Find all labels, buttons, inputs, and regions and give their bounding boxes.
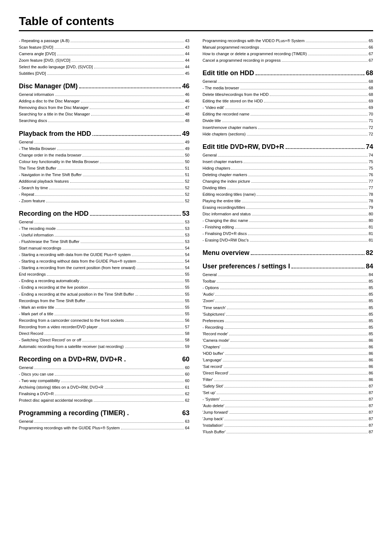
- entry-text: 'Zoom': [203, 298, 214, 304]
- toc-entry: Searching discs48: [19, 118, 189, 124]
- toc-entry: Additional playback features52: [19, 178, 189, 185]
- entry-text: Protect disc against accidental recordin…: [19, 397, 93, 404]
- entry-text: - Changing the disc name: [203, 218, 248, 224]
- toc-entry: Editing the title stored on the HDD69: [203, 98, 373, 104]
- toc-entry: - Search by time52: [19, 185, 189, 191]
- dots: [306, 42, 368, 42]
- toc-entry: Hide chapters (sections)72: [203, 131, 373, 137]
- entry-text: 'Set up': [203, 390, 216, 396]
- dots: [226, 315, 367, 316]
- entry-page: 78: [369, 198, 373, 204]
- entry-text: 'Record mode': [203, 331, 228, 337]
- toc-entry: Automatic recording from a satellite rec…: [19, 344, 189, 350]
- entry-page: 66: [369, 44, 373, 50]
- entry-page: 43: [185, 44, 189, 50]
- entry-page: 48: [185, 111, 189, 117]
- entry-text: General: [19, 365, 33, 371]
- dots: [214, 381, 368, 381]
- toc-entry: 'Jump forward'87: [203, 409, 373, 416]
- entry-text: - Navigation in the Time Shift Buffer: [19, 172, 82, 178]
- toc-entry: - The Media Browser49: [19, 146, 189, 152]
- toc-entry: Recording from a video recorder/DVD play…: [19, 324, 189, 330]
- entry-page: 71: [369, 118, 373, 124]
- dots: [54, 48, 184, 49]
- dots: [91, 115, 184, 115]
- section-heading: Disc Manager (DM)46: [19, 82, 189, 90]
- entry-page: 57: [185, 324, 189, 330]
- heading-dots: [79, 88, 181, 88]
- entry-text: - Search by time: [19, 185, 48, 191]
- dots: [47, 74, 184, 75]
- dots: [223, 361, 368, 361]
- dots: [57, 55, 184, 55]
- dots: [225, 354, 368, 355]
- entry-page: 48: [185, 118, 189, 124]
- section-page-num: 46: [182, 82, 189, 90]
- entry-text: 'Flush Buffer': [203, 429, 225, 435]
- section-page-num: 53: [182, 210, 189, 218]
- entry-page: 49: [185, 139, 189, 145]
- dots: [125, 321, 184, 322]
- dots: [257, 195, 368, 196]
- toc-entry: - Repeating a passage (A-B)43: [19, 38, 189, 44]
- toc-entry: General53: [19, 219, 189, 225]
- toc-entry: Programming recordings with the GUIDE Pl…: [19, 425, 189, 431]
- dots: [55, 375, 184, 376]
- entry-text: Manual programmed recordings: [203, 44, 259, 50]
- entry-page: 80: [369, 211, 373, 217]
- section-entries: General63Programming recordings with the…: [19, 418, 189, 431]
- toc-entry: General60: [19, 365, 189, 371]
- dots: [244, 163, 368, 163]
- dots: [264, 102, 367, 102]
- entry-text: Direct Record: [19, 331, 43, 337]
- entry-text: 'Chapters': [203, 344, 220, 350]
- entry-text: - Ending a recording automatically: [19, 278, 79, 284]
- section-heading-text: Disc Manager (DM): [19, 82, 78, 90]
- toc-entry: Insert chapter markers75: [203, 159, 373, 165]
- dots: [48, 122, 184, 122]
- entry-page: 87: [369, 416, 373, 422]
- entry-page: 55: [185, 311, 189, 317]
- dots: [72, 61, 184, 62]
- dots: [225, 407, 368, 407]
- entry-page: 46: [185, 98, 189, 104]
- entry-text: - Discs you can use: [19, 371, 54, 377]
- toc-entry: 'Flush Buffer'87: [203, 429, 373, 435]
- dots: [215, 302, 367, 302]
- toc-entry: Delete titles/recordings from the HDD68: [203, 92, 373, 98]
- entry-text: 'Camera mode': [203, 337, 229, 344]
- entry-page: 76: [369, 172, 373, 178]
- entry-page: 75: [369, 159, 373, 165]
- heading-dots: [93, 135, 181, 136]
- dots: [250, 115, 368, 115]
- entry-text: - Useful information: [19, 232, 53, 238]
- entry-page: 86: [369, 364, 373, 370]
- dots: [82, 156, 184, 157]
- section-page-num: 84: [366, 263, 373, 270]
- section-heading-text: Edit title on HDD: [203, 69, 254, 77]
- entry-page: 85: [369, 311, 373, 317]
- dots: [54, 315, 184, 315]
- entry-page: 85: [369, 291, 373, 297]
- toc-entry: Disc information and status80: [203, 211, 373, 217]
- entry-text: - Switching 'Direct Record' on or off: [19, 337, 81, 343]
- section-entries: General84Toolbar85- Options85'Audio'85'Z…: [203, 272, 373, 435]
- toc-entry: - 'System'87: [203, 396, 373, 402]
- toc-entry: Searching for a title in the Disc Manage…: [19, 111, 189, 117]
- entry-page: 52: [185, 198, 189, 204]
- entry-page: 61: [185, 384, 189, 390]
- dots: [90, 109, 184, 109]
- entry-text: 'Filter': [203, 377, 213, 383]
- entry-page: 53: [185, 219, 189, 225]
- dots: [227, 189, 368, 189]
- toc-entry: - Ending a recording at the live positio…: [19, 284, 189, 291]
- entry-page: 69: [369, 98, 373, 104]
- toc-entry: 'Auto delete'87: [203, 403, 373, 409]
- dots: [100, 163, 184, 163]
- toc-entry: - Finishing editing81: [203, 224, 373, 230]
- toc-entry: Toolbar85: [203, 278, 373, 284]
- heading-dots: [256, 74, 364, 75]
- section-heading-text: User preferences / settings I: [203, 263, 290, 270]
- entry-page: 78: [369, 191, 373, 198]
- entry-text: General: [19, 139, 33, 145]
